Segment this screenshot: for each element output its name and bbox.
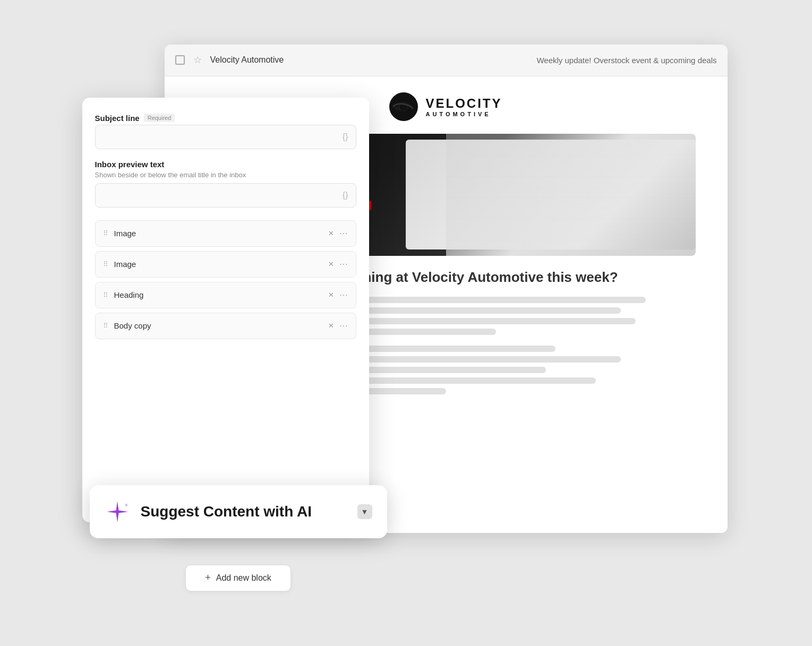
collapse-icon[interactable]: ✕ xyxy=(328,291,334,299)
ai-button-label: Suggest Content with AI xyxy=(141,503,347,520)
collapse-icon[interactable]: ✕ xyxy=(328,260,334,268)
block-actions: ✕ ··· xyxy=(328,260,348,269)
inbox-preview-label: Inbox preview text xyxy=(95,160,356,169)
email-window-bar: ☆ Velocity Automotive Weekly update! Ove… xyxy=(165,45,728,76)
required-badge: Required xyxy=(144,114,175,122)
drag-handle-icon: ⠿ xyxy=(103,322,108,330)
add-block-container: + Add new block xyxy=(90,565,387,591)
collapse-icon[interactable]: ✕ xyxy=(328,322,334,330)
email-sender: Velocity Automotive xyxy=(210,55,284,65)
subject-line-group: Subject line Required {} xyxy=(95,114,356,149)
drag-handle-icon: ⠿ xyxy=(103,291,108,299)
block-label: Heading xyxy=(114,290,322,299)
block-image-1[interactable]: ⠿ Image ✕ ··· xyxy=(95,220,356,247)
more-icon[interactable]: ··· xyxy=(339,321,348,331)
template-variable-icon-2: {} xyxy=(343,191,348,200)
plus-icon: + xyxy=(205,572,211,583)
blocks-section: ⠿ Image ✕ ··· ⠿ Image ✕ ··· ⠿ Heading xyxy=(95,220,356,339)
subject-line-input[interactable]: {} xyxy=(95,125,356,149)
subject-line-label: Subject line Required xyxy=(95,114,356,123)
ai-sparkle-icon xyxy=(105,499,130,524)
inbox-preview-sublabel: Shown beside or below the email title in… xyxy=(95,171,356,179)
inbox-preview-input[interactable]: {} xyxy=(95,183,356,208)
block-label: Image xyxy=(114,260,322,269)
editor-panel: Subject line Required {} Inbox preview t… xyxy=(82,98,369,522)
block-actions: ✕ ··· xyxy=(328,321,348,331)
block-body-copy[interactable]: ⠿ Body copy ✕ ··· xyxy=(95,313,356,339)
email-subject-preview: Weekly update! Overstock event & upcomin… xyxy=(536,56,716,65)
chevron-down-icon[interactable]: ▼ xyxy=(357,504,372,519)
block-actions: ✕ ··· xyxy=(328,229,348,238)
more-icon[interactable]: ··· xyxy=(339,260,348,269)
drag-handle-icon: ⠿ xyxy=(103,260,108,268)
block-heading[interactable]: ⠿ Heading ✕ ··· xyxy=(95,282,356,308)
add-new-block-button[interactable]: + Add new block xyxy=(185,565,291,591)
block-actions: ✕ ··· xyxy=(328,290,348,300)
email-checkbox[interactable] xyxy=(175,55,185,65)
drag-handle-icon: ⠿ xyxy=(103,229,108,237)
velocity-logo-icon xyxy=(389,92,418,121)
brand-name-text: VELOCITY AUTOMOTIVE xyxy=(425,96,502,117)
block-label: Image xyxy=(114,229,322,238)
block-label: Body copy xyxy=(114,321,322,330)
block-image-2[interactable]: ⠿ Image ✕ ··· xyxy=(95,251,356,278)
more-icon[interactable]: ··· xyxy=(339,290,348,300)
template-variable-icon: {} xyxy=(343,132,348,142)
more-icon[interactable]: ··· xyxy=(339,229,348,238)
ai-suggest-button[interactable]: Suggest Content with AI ▼ xyxy=(90,485,387,538)
collapse-icon[interactable]: ✕ xyxy=(328,229,334,237)
inbox-preview-group: Inbox preview text Shown beside or below… xyxy=(95,160,356,208)
add-block-label: Add new block xyxy=(216,573,271,583)
star-icon[interactable]: ☆ xyxy=(193,54,202,66)
